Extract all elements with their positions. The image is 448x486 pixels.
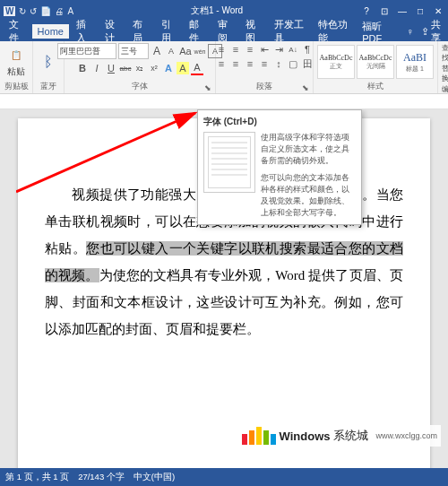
style-heading1[interactable]: AaBI标题 1 xyxy=(396,45,434,79)
style-name: 标题 1 xyxy=(406,65,424,74)
font-size-combo[interactable]: 三号 xyxy=(118,43,149,59)
font-tooltip: 字体 (Ctrl+D) 使用高级字体和字符选项自定义所选文本，使之具备所需的确切… xyxy=(197,109,362,225)
qat-undo-icon[interactable]: ↻ xyxy=(19,6,26,16)
change-case-button[interactable]: Aa xyxy=(179,45,192,57)
multilevel-button[interactable]: ≡ xyxy=(244,43,256,56)
status-language[interactable]: 中文(中国) xyxy=(134,472,175,483)
style-name: 无间隔 xyxy=(366,62,385,71)
doc-text-1c[interactable]: 为使您的文档具有专业外观，Word 提供了页眉、页脚、封面和文本框设计，这些设计… xyxy=(45,268,403,336)
group-label-paragraph: 段落 xyxy=(220,81,309,91)
style-name: 正文 xyxy=(330,62,342,71)
windows-logo-icon xyxy=(242,427,276,445)
minimize-button[interactable]: — xyxy=(396,6,409,16)
sort-button[interactable]: A↓ xyxy=(287,43,299,56)
increase-indent-button[interactable]: ⇥ xyxy=(272,43,285,56)
bold-button[interactable]: B xyxy=(76,62,89,74)
tab-tellme[interactable]: ♀ xyxy=(401,24,418,39)
status-words[interactable]: 27/143 个字 xyxy=(78,472,125,483)
watermark-url: www.wxclgg.com xyxy=(375,431,437,440)
subscript-button[interactable]: x₂ xyxy=(134,62,146,74)
watermark-name: Windows xyxy=(280,430,331,443)
highlight-button[interactable]: A xyxy=(177,62,189,74)
phonetic-button[interactable]: wén xyxy=(194,45,206,57)
group-font: 阿里巴巴普 三号 A A Aa wén A B I U abc x₂ x² A … xyxy=(65,41,216,93)
numbering-button[interactable]: ≡ xyxy=(229,43,242,56)
ribbon: 📋粘贴 剪贴板 ᛒ 蓝牙 阿里巴巴普 三号 A A Aa wén A B I U… xyxy=(0,41,448,94)
bullets-button[interactable]: ≡ xyxy=(215,43,228,56)
help-button[interactable]: ? xyxy=(360,6,373,16)
group-editing: 查找 替换 编辑 xyxy=(438,41,448,93)
font-name-combo[interactable]: 阿里巴巴普 xyxy=(57,43,116,59)
shrink-font-button[interactable]: A xyxy=(165,45,177,57)
style-preview: AaBI xyxy=(403,51,426,65)
show-marks-button[interactable]: ¶ xyxy=(301,43,314,56)
italic-button[interactable]: I xyxy=(90,62,103,74)
tab-home[interactable]: Home xyxy=(32,24,69,39)
qat-doc-icon[interactable]: 📄 xyxy=(40,6,51,16)
group-paragraph: ≡ ≡ ≡ ⇤ ⇥ A↓ ¶ ≡ ≡ ≡ ≡ ↕ ▢ 田 段落 ⬊ xyxy=(216,41,314,93)
group-styles: AaBbCcDc正文 AaBbCcDc无间隔 AaBI标题 1 样式 xyxy=(314,41,438,93)
maximize-button[interactable]: □ xyxy=(414,6,426,16)
word-icon: W xyxy=(4,6,15,16)
group-label-clipboard: 剪贴板 xyxy=(4,81,29,91)
grow-font-button[interactable]: A xyxy=(151,45,163,57)
window-buttons: ? ⊡ — □ ✕ xyxy=(360,6,444,16)
replace-button[interactable]: 替换 xyxy=(442,64,448,83)
tooltip-title: 字体 (Ctrl+D) xyxy=(203,116,356,128)
style-preview: AaBbCcDc xyxy=(320,54,353,62)
align-left-button[interactable]: ≡ xyxy=(215,57,228,70)
find-button[interactable]: 查找 xyxy=(442,43,448,63)
watermark-sub: 系统城 xyxy=(333,428,368,444)
share-icon: ⇪ xyxy=(421,26,429,38)
superscript-button[interactable]: x² xyxy=(148,62,160,74)
ruler[interactable] xyxy=(0,94,448,109)
align-right-button[interactable]: ≡ xyxy=(244,57,256,70)
ribbon-options-button[interactable]: ⊡ xyxy=(378,6,391,16)
close-button[interactable]: ✕ xyxy=(432,6,444,16)
style-preview: AaBbCcDc xyxy=(359,54,392,62)
borders-button[interactable]: 田 xyxy=(301,57,314,70)
qat-font-icon[interactable]: A xyxy=(67,6,73,16)
font-color-button[interactable]: A xyxy=(191,61,203,75)
watermark: Windows系统城 www.wxclgg.com xyxy=(238,425,441,447)
underline-button[interactable]: U xyxy=(105,62,117,74)
group-clipboard: 📋粘贴 剪贴板 xyxy=(0,41,33,93)
group-label-styles: 样式 xyxy=(317,81,434,91)
tooltip-line2: 您可以向您的文本添加各种各样的样式和颜色，以及视觉效果。如删除线、上标和全部大写… xyxy=(261,172,356,219)
strikethrough-button[interactable]: abc xyxy=(119,62,132,74)
paste-icon: 📋 xyxy=(7,47,25,65)
justify-button[interactable]: ≡ xyxy=(258,57,271,70)
align-center-button[interactable]: ≡ xyxy=(229,57,242,70)
document-area[interactable]: 字体 (Ctrl+D) 使用高级字体和字符选项自定义所选文本，使之具备所需的确切… xyxy=(0,109,448,468)
quick-access-toolbar: W ↻ ↺ 📄 🖨 A xyxy=(4,6,73,16)
window-title: 文档1 - Word xyxy=(73,4,360,17)
line-spacing-button[interactable]: ↕ xyxy=(272,57,285,70)
shading-button[interactable]: ▢ xyxy=(287,57,299,70)
style-no-spacing[interactable]: AaBbCcDc无间隔 xyxy=(357,45,394,79)
font-dialog-launcher[interactable]: ⬊ xyxy=(204,83,213,92)
decrease-indent-button[interactable]: ⇤ xyxy=(258,43,271,56)
ribbon-tabs: 文件 Home 插入 设计 布局 引用 邮件 审阅 视图 开发工具 特色功能 福… xyxy=(0,22,448,41)
paragraph-dialog-launcher[interactable]: ⬊ xyxy=(302,83,311,92)
status-bar: 第 1 页，共 1 页 27/143 个字 中文(中国) xyxy=(0,468,448,486)
status-page[interactable]: 第 1 页，共 1 页 xyxy=(5,472,69,483)
group-label-bluetooth: 蓝牙 xyxy=(37,81,60,91)
style-normal[interactable]: AaBbCcDc正文 xyxy=(317,45,355,79)
qat-redo-icon[interactable]: ↺ xyxy=(30,6,37,16)
tooltip-preview-image xyxy=(203,132,255,193)
qat-print-icon[interactable]: 🖨 xyxy=(55,6,64,16)
group-label-font: 字体 xyxy=(68,81,211,91)
paste-button[interactable]: 📋粘贴 xyxy=(4,47,29,78)
paste-label: 粘贴 xyxy=(7,65,25,78)
text-effects-button[interactable]: A xyxy=(162,62,175,74)
bluetooth-icon: ᛒ xyxy=(39,53,57,71)
tooltip-line1: 使用高级字体和字符选项自定义所选文本，使之具备所需的确切外观。 xyxy=(261,132,356,167)
